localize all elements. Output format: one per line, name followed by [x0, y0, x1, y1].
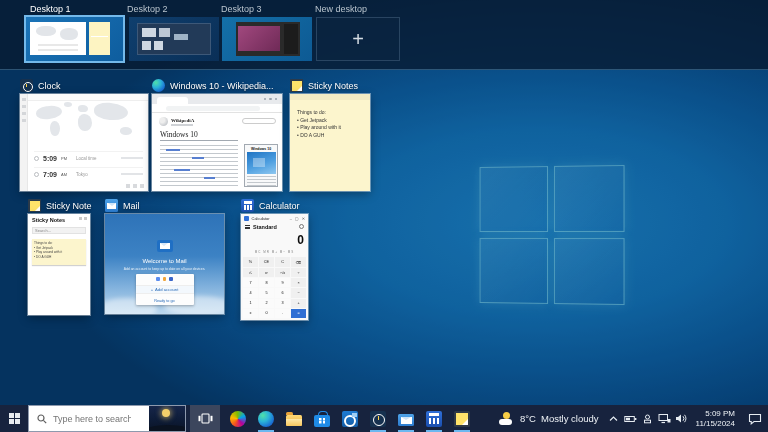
- note-line: • Get Jetpack: [297, 117, 365, 125]
- wikipedia-search-box: [242, 118, 276, 124]
- calc-key: ÷: [291, 268, 306, 277]
- wikipedia-wordmark: WikipediA: [171, 118, 194, 123]
- taskbar-app-sticky-notes[interactable]: [448, 405, 476, 432]
- taskbar-app-mail[interactable]: [392, 405, 420, 432]
- task-view-button[interactable]: [190, 405, 220, 432]
- calc-key: 1: [243, 299, 258, 308]
- pen-icon[interactable]: [640, 405, 655, 432]
- clock-window-thumbnail[interactable]: 5:09 PM Local time 7:09 AM Tokyo: [20, 94, 148, 191]
- taskbar-app-calculator[interactable]: [420, 405, 448, 432]
- calc-key: 6: [275, 288, 290, 297]
- network-icon[interactable]: [657, 405, 672, 432]
- mail-window-thumbnail[interactable]: Welcome to Mail Add an account to keep u…: [105, 214, 224, 314]
- file-explorer-icon: [286, 415, 302, 426]
- search-input[interactable]: [53, 414, 131, 424]
- mini-clock-row: [38, 49, 78, 51]
- window-title: Clock: [38, 81, 61, 91]
- desktop-1-thumbnail[interactable]: [26, 17, 123, 61]
- calc-key: x²: [259, 268, 274, 277]
- mini-panel: [142, 41, 151, 50]
- calculator-icon: [426, 411, 442, 427]
- ready-to-go-link: Ready to go: [136, 299, 194, 303]
- window-group-clock: Clock 5:09 PM Local time 7:09 AM: [20, 79, 148, 191]
- new-desktop-button[interactable]: +: [316, 17, 400, 61]
- task-view-icon: [198, 412, 213, 425]
- start-button[interactable]: [0, 405, 28, 432]
- windows-start-icon: [9, 413, 20, 424]
- taskbar-clock[interactable]: 5:09 PM 11/15/2024: [689, 405, 742, 432]
- window-title-row: Sticky Notes: [290, 79, 370, 92]
- edge-icon: [258, 411, 274, 427]
- calc-key: ²√x: [275, 268, 290, 277]
- action-center-icon: [748, 413, 762, 425]
- calc-key: C: [275, 257, 290, 267]
- taskbar-app-store[interactable]: [308, 405, 336, 432]
- desktop-3-label[interactable]: Desktop 3: [221, 4, 262, 14]
- calculator-titlebar-icon: [244, 216, 249, 221]
- chevron-up-icon[interactable]: [606, 405, 621, 432]
- weather-icon: [499, 412, 515, 426]
- window-title: Sticky Notes: [308, 81, 358, 91]
- mail-welcome-text: Welcome to Mail: [105, 258, 224, 264]
- window-title: Calculator: [259, 201, 300, 211]
- mini-sticky-window: [89, 22, 110, 55]
- mini-window: [137, 23, 211, 55]
- sticky-note-window-thumbnail[interactable]: Things to do: • Get Jetpack • Play aroun…: [290, 94, 370, 191]
- taskbar-app-copilot[interactable]: [224, 405, 252, 432]
- desktop-2-label[interactable]: Desktop 2: [127, 4, 168, 14]
- taskbar-app-clock[interactable]: [364, 405, 392, 432]
- calc-key: ×: [291, 278, 306, 287]
- desktop-3-thumbnail[interactable]: [222, 17, 312, 61]
- map-continent: [120, 127, 132, 135]
- calculator-display: 0: [297, 233, 304, 247]
- taskbar-weather[interactable]: 8°C Mostly cloudy: [492, 405, 606, 432]
- wikipedia-window-thumbnail[interactable]: WikipediA Windows 10 Windows 10: [152, 94, 282, 191]
- sticky-list-header-icons: [79, 217, 87, 220]
- edge-icon: [152, 79, 165, 92]
- action-center-button[interactable]: [742, 405, 768, 432]
- clock-zone: Tokyo: [76, 172, 88, 177]
- mini-window: [236, 22, 300, 56]
- taskbar-search[interactable]: [28, 405, 186, 432]
- wikipedia-globe-logo: [159, 117, 168, 126]
- calc-key: ⌫: [291, 257, 306, 267]
- desktop-1-label[interactable]: Desktop 1: [30, 4, 71, 14]
- history-icon: [299, 224, 304, 229]
- wikipedia-infobox: Windows 10: [244, 144, 278, 187]
- battery-icon[interactable]: [623, 405, 638, 432]
- taskbar: 8°C Mostly cloudy 5:09 PM 11/15/2024: [0, 405, 768, 432]
- sticky-list-search: Search...: [32, 227, 86, 234]
- window-group-mail: Mail Welcome to Mail Add an account to k…: [105, 199, 224, 314]
- mail-icon: [398, 414, 414, 426]
- taskbar-app-file-explorer[interactable]: [280, 405, 308, 432]
- calculator-window-thumbnail[interactable]: Calculator – ▢ ✕ Standard 0 MC MR M+ M− …: [241, 214, 308, 320]
- window-group-calculator: Calculator Calculator – ▢ ✕ Standard 0 M…: [241, 199, 308, 320]
- outlook-icon: [342, 411, 358, 427]
- sticky-list-window-thumbnail[interactable]: Sticky Notes Search... Things to do: • G…: [28, 214, 90, 315]
- taskbar-app-outlook[interactable]: [336, 405, 364, 432]
- calc-key: 5: [259, 288, 274, 297]
- bing-daily-image[interactable]: [149, 406, 185, 431]
- volume-icon[interactable]: [674, 405, 689, 432]
- account-provider-icons: [136, 277, 194, 281]
- note-line: • Play around with it: [297, 124, 365, 132]
- sticky-notes-icon: [454, 411, 470, 427]
- infobox-caption: Windows 10: [247, 147, 276, 152]
- taskbar-app-edge[interactable]: [252, 405, 280, 432]
- mail-account-card: + Add account Ready to go: [136, 274, 194, 305]
- window-controls: [264, 98, 278, 101]
- new-desktop-label: New desktop: [315, 4, 367, 14]
- desktop-2-thumbnail[interactable]: [129, 17, 219, 61]
- weather-condition: Mostly cloudy: [541, 413, 599, 424]
- world-clock-row: 5:09 PM Local time: [34, 151, 143, 164]
- window-title: Sticky Note: [46, 201, 92, 211]
- window-title: Mail: [123, 201, 140, 211]
- map-continent: [64, 102, 72, 107]
- map-continent: [93, 102, 128, 121]
- map-continent: [78, 114, 92, 131]
- clock-time: 5:09: [43, 155, 57, 162]
- clock-meridiem: AM: [61, 172, 67, 177]
- calculator-mode-row: Standard: [245, 224, 277, 230]
- clock-note-bar: [121, 173, 143, 175]
- calc-key: 4: [243, 288, 258, 297]
